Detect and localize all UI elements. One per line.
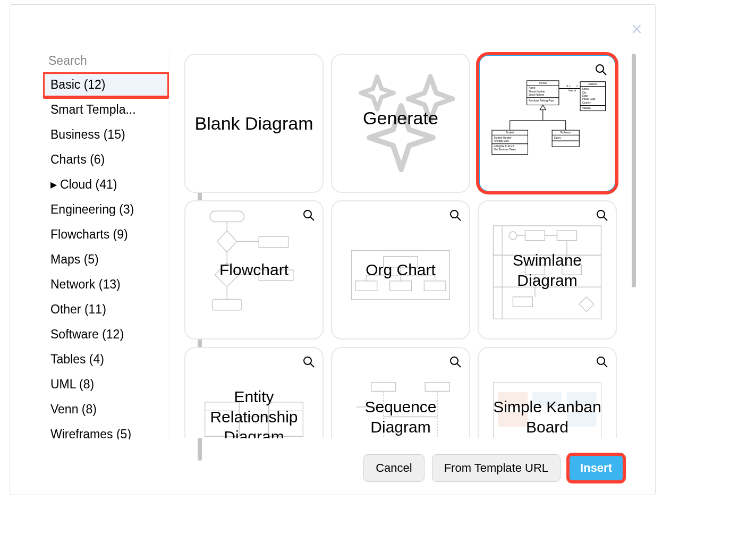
svg-point-93 [451,357,458,364]
svg-rect-76 [525,231,545,240]
svg-rect-46 [210,211,244,222]
zoom-icon[interactable] [302,355,315,368]
svg-text:Person: Person [539,82,547,84]
insert-button[interactable]: Insert [568,454,624,482]
category-venn[interactable]: Venn (8) [43,397,169,422]
svg-text:lives at: lives at [568,89,576,92]
swimlane-preview [483,206,611,334]
category-uml[interactable]: UML (8) [43,372,169,397]
category-tables[interactable]: Tables (4) [43,347,169,372]
kanban-preview [483,368,611,439]
category-engineering[interactable]: Engineering (3) [43,197,169,222]
search-input[interactable] [48,54,169,68]
category-network[interactable]: Network (13) [43,272,169,297]
zoom-icon[interactable] [449,355,462,368]
svg-rect-54 [259,270,293,281]
category-label: Other (11) [50,302,106,317]
svg-marker-40 [540,105,546,110]
svg-text:Name: Name [529,87,536,89]
svg-rect-90 [269,402,303,436]
svg-text:Salary: Salary [554,137,562,139]
category-label: Maps (5) [50,252,99,267]
category-label: Smart Templa... [50,103,136,117]
svg-rect-60 [384,256,418,267]
svg-marker-48 [217,231,237,252]
svg-point-75 [509,232,517,240]
search-row [43,52,169,72]
class-diagram-preview: Person Name Phone Number Email Address P… [484,69,610,181]
expand-triangle-icon: ▶ [50,180,57,190]
svg-rect-81 [513,297,532,307]
category-maps[interactable]: Maps (5) [43,247,169,272]
zoom-icon[interactable] [449,209,462,222]
tile-swimlane[interactable]: Swimlane Diagram [478,200,617,340]
tile-blank-diagram[interactable]: Blank Diagram [184,54,324,193]
tile-generate[interactable]: Generate [331,54,470,193]
svg-text:Country: Country [582,101,591,104]
svg-rect-68 [424,281,446,290]
category-list: Basic (12) Smart Templa... Business (15)… [43,72,169,439]
svg-rect-50 [259,236,288,247]
category-software[interactable]: Software (12) [43,322,169,347]
svg-text:Is Eligible To Enroll: Is Eligible To Enroll [494,145,514,148]
zoom-icon[interactable] [596,355,608,368]
svg-marker-52 [215,263,239,286]
category-label: Cloud (41) [60,177,117,192]
tile-flowchart[interactable]: Flowchart [184,200,324,340]
tile-class-diagram[interactable]: Person Name Phone Number Email Address P… [478,54,617,193]
svg-line-3 [602,71,606,75]
category-cloud[interactable]: ▶ Cloud (41) [43,172,169,197]
svg-text:Student: Student [506,131,514,134]
close-icon[interactable]: × [631,20,642,39]
category-wireframes[interactable]: Wireframes (5) [43,422,169,439]
category-business[interactable]: Business (15) [43,122,169,147]
svg-rect-79 [562,265,582,275]
svg-rect-107 [567,392,596,407]
category-label: Basic (12) [50,78,106,92]
svg-text:Validate: Validate [582,107,591,109]
tile-erd[interactable]: Entity Relationship Diagram [184,347,324,438]
category-flowcharts[interactable]: Flowcharts (9) [43,222,169,247]
svg-rect-88 [205,402,240,436]
svg-text:State: State [582,95,588,97]
svg-text:City: City [582,91,587,94]
category-label: Engineering (3) [50,202,134,217]
zoom-icon[interactable] [595,63,607,76]
category-basic[interactable]: Basic (12) [43,72,169,97]
svg-text:Phone Number: Phone Number [529,90,545,93]
svg-rect-103 [493,382,601,438]
template-grid-area: Blank Diagram Generate [180,52,624,439]
svg-rect-78 [525,265,545,275]
from-template-url-button[interactable]: From Template URL [432,454,561,482]
sparkle-icon [337,58,465,185]
tile-kanban[interactable]: Simple Kanban Board [478,347,617,438]
svg-text:Student Number: Student Number [494,137,512,139]
svg-line-87 [310,363,314,367]
tile-org-chart[interactable]: Org Chart [331,200,470,340]
svg-point-101 [597,357,605,364]
category-label: Software (12) [50,327,124,342]
category-smart-templates[interactable]: Smart Templa... [43,97,169,122]
cancel-button[interactable]: Cancel [363,454,424,482]
svg-line-58 [457,217,461,220]
svg-text:Average Mark: Average Mark [494,140,510,142]
category-label: UML (8) [50,377,94,392]
svg-line-94 [457,363,461,367]
template-grid: Blank Diagram Generate [180,52,624,438]
tile-label: Blank Diagram [192,112,316,135]
svg-text:1: 1 [576,85,578,88]
svg-text:Street: Street [582,88,589,90]
svg-point-2 [596,65,604,72]
category-other[interactable]: Other (11) [43,297,169,322]
svg-text:Professor: Professor [561,131,571,134]
svg-rect-108 [567,412,596,427]
category-label: Venn (8) [50,402,97,417]
svg-text:Postal Code: Postal Code [582,98,596,100]
main-scrollbar[interactable] [632,54,636,287]
svg-rect-77 [557,231,576,240]
svg-rect-66 [355,281,377,290]
category-charts[interactable]: Charts (6) [43,147,169,172]
tile-sequence[interactable]: Sequence Diagram [331,347,470,438]
svg-line-102 [604,363,607,367]
dialog-footer: Cancel From Template URL Insert [363,454,624,482]
